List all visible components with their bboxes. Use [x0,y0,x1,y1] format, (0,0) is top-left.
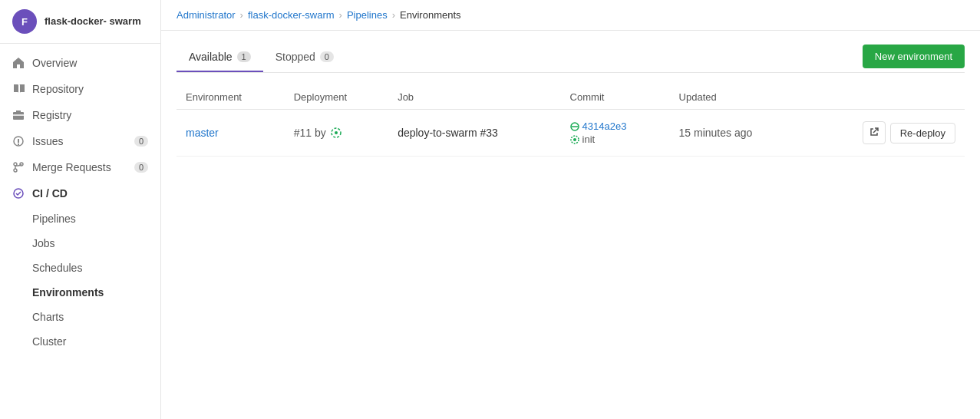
sidebar-item-jobs[interactable]: Jobs [0,231,160,256]
new-environment-button[interactable]: New environment [863,45,965,68]
svg-point-10 [335,131,338,134]
sidebar-item-cicd[interactable]: CI / CD [0,180,160,206]
external-link-icon [869,127,879,139]
table-body: master #11 by deploy-to-s [177,110,965,157]
sidebar-item-issues-label: Issues [32,135,63,147]
redeploy-button[interactable]: Re-deploy [890,123,955,144]
breadcrumb-sep-2: › [339,9,342,21]
sidebar-nav: Overview Repository Registry Issues 0 [0,44,160,419]
tab-available-label: Available [189,51,233,63]
col-deployment: Deployment [285,85,388,110]
book-icon [12,83,25,95]
external-link-button[interactable] [863,121,886,144]
col-commit: Commit [561,85,670,110]
environments-table: Environment Deployment Job Commit Update… [177,85,965,157]
breadcrumb: Administrator › flask-docker-swarm › Pip… [161,0,980,31]
col-actions [803,85,965,110]
sidebar-item-schedules[interactable]: Schedules [0,256,160,280]
issue-icon [12,135,25,147]
cluster-label: Cluster [32,335,66,348]
table-header: Environment Deployment Job Commit Update… [177,85,965,110]
commit-cell: 4314a2e3 init [561,110,670,157]
job-name: deploy-to-swarm #33 [398,127,498,139]
sidebar-item-overview-label: Overview [32,57,77,69]
cicd-icon [12,187,25,200]
breadcrumb-environments: Environments [400,9,460,21]
merge-icon [12,161,25,173]
jobs-label: Jobs [32,237,55,249]
col-environment: Environment [177,85,285,110]
cicd-label: CI / CD [32,187,68,200]
sidebar-item-pipelines[interactable]: Pipelines [0,206,160,231]
tab-stopped-badge: 0 [320,51,334,62]
sidebar-item-merge-requests-label: Merge Requests [32,161,111,173]
commit-icon [570,122,579,131]
box-icon [12,109,25,121]
commit-hash: 4314a2e3 [582,120,627,132]
sidebar-item-issues[interactable]: Issues 0 [0,128,160,154]
sidebar: F flask-docker- swarm Overview Repositor… [0,0,161,419]
sidebar-item-charts[interactable]: Charts [0,305,160,329]
charts-label: Charts [32,311,64,323]
tab-available-badge: 1 [237,51,251,62]
sidebar-item-merge-requests[interactable]: Merge Requests 0 [0,154,160,180]
tabs-list: Available 1 Stopped 0 [177,43,346,72]
deployment-cell: #11 by [285,110,388,157]
tab-stopped[interactable]: Stopped 0 [263,43,346,72]
env-name-cell: master [177,110,285,157]
sidebar-item-repository[interactable]: Repository [0,76,160,102]
runner-icon [330,127,342,139]
sidebar-item-registry-label: Registry [32,109,71,121]
sidebar-item-environments[interactable]: Environments [0,280,160,305]
commit-msg-text: init [582,134,596,145]
issues-badge: 0 [134,136,148,147]
tab-stopped-label: Stopped [276,51,315,63]
sidebar-item-registry[interactable]: Registry [0,102,160,128]
svg-rect-4 [18,144,19,145]
svg-point-14 [573,138,576,141]
table-row: master #11 by deploy-to-s [177,110,965,157]
actions-cell: Re-deploy [803,110,965,157]
project-name: flask-docker- swarm [45,15,141,28]
tab-available[interactable]: Available 1 [177,43,263,72]
pipelines-label: Pipelines [32,213,76,225]
commit-link[interactable]: 4314a2e3 [570,120,661,132]
merge-requests-badge: 0 [134,162,148,173]
breadcrumb-sep-1: › [240,9,243,21]
environments-label: Environments [32,286,104,299]
sidebar-item-cluster[interactable]: Cluster [0,329,160,354]
col-updated: Updated [670,85,803,110]
updated-time: 15 minutes ago [679,127,753,139]
deployment-number: #11 by [294,127,326,139]
breadcrumb-flask-docker-swarm[interactable]: flask-docker-swarm [248,9,335,21]
page-content: Available 1 Stopped 0 New environment En… [161,31,980,419]
env-name-link[interactable]: master [186,127,219,139]
col-job: Job [388,85,560,110]
sidebar-item-repository-label: Repository [32,83,84,95]
job-cell: deploy-to-swarm #33 [388,110,560,157]
main-content: Administrator › flask-docker-swarm › Pip… [161,0,980,419]
svg-rect-0 [13,112,24,120]
updated-cell: 15 minutes ago [670,110,803,157]
schedules-label: Schedules [32,262,82,274]
svg-point-6 [14,169,17,172]
home-icon [12,57,25,69]
sidebar-item-overview[interactable]: Overview [0,50,160,76]
breadcrumb-administrator[interactable]: Administrator [177,9,236,21]
svg-rect-3 [18,139,19,143]
sidebar-header: F flask-docker- swarm [0,0,160,44]
avatar: F [12,9,37,34]
commit-msg-icon [570,135,579,144]
tabs-header: Available 1 Stopped 0 New environment [177,43,965,73]
breadcrumb-pipelines[interactable]: Pipelines [347,9,388,21]
breadcrumb-sep-3: › [392,9,395,21]
